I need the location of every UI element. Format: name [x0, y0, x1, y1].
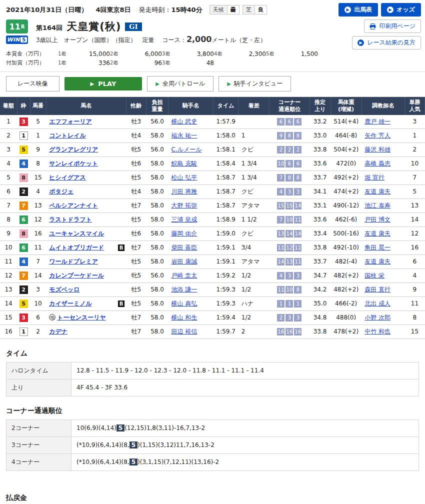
jockey-link[interactable]: 池添 謙一	[172, 286, 198, 293]
trainer-link[interactable]: 小野 次郎	[364, 314, 390, 321]
patrol-video-button[interactable]: ▶ 全周パトロール	[147, 76, 214, 92]
trainer-link[interactable]: 戸田 博文	[364, 216, 390, 223]
trainer-link[interactable]: 中竹 和也	[364, 328, 390, 335]
carried-weight: 58.0	[146, 282, 168, 296]
horse-name-link[interactable]: エフフォーリア	[49, 118, 92, 125]
sex-age: 牡7	[126, 324, 146, 338]
corner-row: 3コーナー(*10,9)(6,4,14)(8,5)(1,15)(3,12)11,…	[6, 436, 419, 454]
frame-number-badge: 8	[20, 174, 28, 182]
horse-name-link[interactable]: ヒシイグアス	[49, 174, 86, 181]
jockey-link[interactable]: C.ルメール	[172, 146, 202, 153]
corner-row-label: 4コーナー	[6, 454, 72, 470]
jockey-link[interactable]: 戸崎 圭太	[172, 272, 198, 279]
corner-positions: 11108	[270, 282, 310, 296]
jockey-link[interactable]: 田辺 裕信	[172, 328, 198, 335]
horse-number: 8	[30, 156, 46, 170]
horse-name-link[interactable]: ラストドラフト	[49, 216, 92, 223]
jockey-link[interactable]: 岩田 康誠	[172, 258, 198, 265]
jockey-link[interactable]: 鮫島 克駿	[172, 160, 198, 167]
jockey-link[interactable]: 柴田 善臣	[172, 244, 198, 251]
horse-name-link[interactable]: モズベッロ	[49, 286, 80, 293]
trainer-link[interactable]: 友道 康夫	[364, 188, 390, 195]
horse-name-link[interactable]: コントレイル	[49, 132, 86, 139]
trainer-link[interactable]: 高橋 義忠	[364, 160, 390, 167]
horse-name-cell: サンレイポケット	[46, 156, 126, 170]
trainer-cell: 堀 宣行	[362, 170, 404, 184]
estimated-last-3f: 33.8	[310, 240, 330, 254]
prize-amount: 96	[154, 60, 162, 66]
horse-name-link[interactable]: グランアレグリア	[49, 146, 98, 153]
trainer-link[interactable]: 国枝 栄	[364, 272, 384, 279]
estimated-last-3f: 34.8	[310, 310, 330, 324]
corner-position-box: 15	[277, 202, 284, 210]
win-popularity: 6	[404, 254, 424, 268]
sex-age: 牡5	[126, 282, 146, 296]
trainer-link[interactable]: 森田 直行	[364, 286, 390, 293]
horse-name-link[interactable]: サンレイポケット	[49, 160, 98, 167]
win-popularity: 1	[404, 128, 424, 142]
trainer-link[interactable]: 角田 晃一	[364, 244, 390, 251]
horse-name-link[interactable]: ムイトオブリガード	[49, 244, 104, 251]
odds-button[interactable]: ▶ オッズ	[381, 3, 421, 16]
trainer-link[interactable]: 北出 成人	[364, 300, 390, 307]
horse-weight: 478(+2)	[330, 324, 362, 338]
trainer-link[interactable]: 堀 宣行	[364, 174, 384, 181]
table-row: 359グランアレグリア牝556.0C.ルメール1:58.1クビ22233.850…	[0, 142, 425, 156]
corner-position-box: 8	[286, 174, 293, 182]
horse-name-cell: ワールドプレミア	[46, 254, 126, 268]
jockey-link[interactable]: 松山 弘平	[172, 174, 198, 181]
corner-position-box: 11	[294, 244, 302, 252]
prize-row-label: 本賞金（万円）	[6, 50, 58, 58]
header-buttons: ▶ 出馬表 ▶ オッズ 印刷用ページ ▶ レース結果の見方	[338, 3, 421, 50]
horse-name-link[interactable]: カレンブーケドール	[49, 272, 104, 279]
corner-position-box: 16	[277, 328, 284, 336]
win-popularity: 16	[404, 240, 424, 254]
horse-name-link[interactable]: ワールドプレミア	[49, 258, 98, 265]
horse-name-link[interactable]: トーセンスーリヤ	[57, 314, 106, 321]
corner-position-box: 13	[277, 230, 284, 238]
winner-highlight: 5	[116, 424, 124, 432]
corner-row: 4コーナー(*10,9)(6,4,14)(8,5)(3,1,15)(7,12,1…	[6, 454, 419, 470]
jockey-link[interactable]: 藤岡 佑介	[172, 230, 198, 237]
trainer-link[interactable]: 友道 康夫	[364, 230, 390, 237]
horse-name-link[interactable]: カデナ	[49, 328, 68, 335]
payout-section: 払戻金 単勝5340円3番人気複勝5120円3番人気1110円1番人気9110円…	[0, 488, 425, 504]
trainer-link[interactable]: 鹿戸 雄一	[364, 118, 390, 125]
jockey-link[interactable]: 横山 武史	[172, 118, 198, 125]
trainer-link[interactable]: 藤沢 和雄	[364, 146, 390, 153]
prize-place: 2着	[110, 50, 118, 58]
turf-label: 芝	[242, 5, 255, 14]
jockey-link[interactable]: 大野 拓弥	[172, 202, 198, 209]
trainer-link[interactable]: 矢作 芳人	[364, 132, 390, 139]
race-video-label[interactable]: レース映像	[6, 76, 60, 92]
frame-cell: 4	[17, 156, 30, 170]
result-guide-button[interactable]: ▶ レース結果の見方	[352, 36, 421, 50]
trainer-link[interactable]: 友道 康夫	[364, 258, 390, 265]
horse-name-link[interactable]: ペルシアンナイト	[49, 202, 98, 209]
jockey-link[interactable]: 横山 典弘	[172, 300, 198, 307]
horse-name-link[interactable]: カイザーミノル	[49, 300, 92, 307]
jockey-link[interactable]: 横山 和生	[172, 314, 198, 321]
jockey-link[interactable]: 福永 祐一	[172, 132, 198, 139]
horse-name-link[interactable]: ユーキャンスマイル	[49, 230, 104, 237]
table-row: 12714カレンブーケドール牝556.0戸崎 圭太1:59.21/243334.…	[0, 268, 425, 282]
horse-name-link[interactable]: ポタジェ	[49, 188, 74, 195]
frame-number-badge: 5	[20, 146, 28, 154]
frame-number-badge: 3	[20, 118, 28, 126]
jockey-interview-button[interactable]: ▶ 騎手インタビュー	[218, 76, 291, 92]
jockey-link[interactable]: 三浦 皇成	[172, 216, 198, 223]
trainer-cell: 池江 泰寿	[362, 198, 404, 212]
print-button[interactable]: 印刷用ページ	[364, 20, 421, 33]
trainer-link[interactable]: 池江 泰寿	[364, 202, 390, 209]
corner-position-box: 6	[294, 118, 302, 126]
margin: 1 3/4	[238, 170, 270, 184]
corner-row-value: (*10,9)(6,4,14)(8,5)(3,1,15)(7,12,11)(13…	[72, 454, 419, 470]
entries-button[interactable]: ▶ 出馬表	[338, 3, 378, 16]
frame-number-badge: 6	[20, 244, 28, 252]
play-button[interactable]: ▶ PLAY	[64, 77, 142, 90]
carried-weight: 58.0	[146, 156, 168, 170]
trainer-cell: 高橋 義忠	[362, 156, 404, 170]
corner-position-box: 11	[294, 258, 302, 266]
jockey-link[interactable]: 川田 将雅	[172, 188, 198, 195]
frame-number-badge: 1	[20, 132, 28, 140]
